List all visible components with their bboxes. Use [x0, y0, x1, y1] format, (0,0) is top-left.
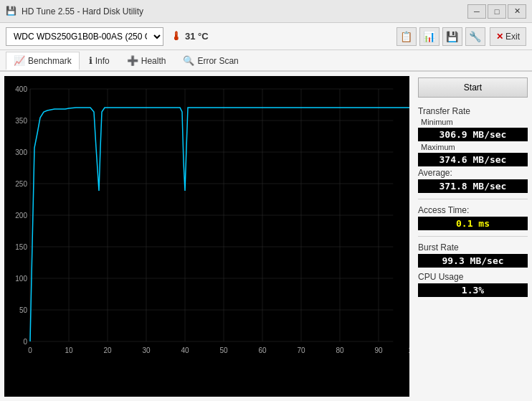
- svg-text:70: 70: [297, 346, 305, 354]
- svg-text:10: 10: [65, 346, 73, 354]
- svg-text:50: 50: [19, 306, 28, 314]
- app-icon: 💾: [6, 6, 17, 17]
- tab-benchmark[interactable]: 📈 Benchmark: [6, 52, 80, 70]
- window-title: HD Tune 2.55 - Hard Disk Utility: [22, 6, 467, 16]
- maximum-value: 374.6 MB/sec: [418, 153, 528, 166]
- chart-button[interactable]: 📊: [419, 27, 440, 46]
- svg-text:0: 0: [23, 338, 27, 346]
- svg-text:60: 60: [258, 346, 267, 354]
- exit-icon: ✕: [496, 32, 503, 42]
- tabs-bar: 📈 Benchmark ℹ Info ➕ Health 🔍 Error Scan: [0, 50, 532, 72]
- main-content: MB/sec ms: [0, 72, 532, 401]
- benchmark-icon: 📈: [14, 55, 25, 66]
- minimum-label: Minimum: [421, 118, 528, 126]
- transfer-rate-group: Transfer Rate Minimum 306.9 MB/sec Maxim…: [418, 106, 528, 193]
- cpu-usage-group: CPU Usage 1.3%: [418, 272, 528, 297]
- svg-text:80: 80: [336, 346, 344, 354]
- scan-icon: 🔍: [183, 55, 194, 66]
- tab-health[interactable]: ➕ Health: [119, 52, 174, 69]
- maximum-label: Maximum: [421, 143, 528, 151]
- access-time-group: Access Time: 0.1 ms: [418, 205, 528, 230]
- svg-text:40: 40: [181, 346, 189, 354]
- health-icon: ➕: [127, 55, 138, 66]
- svg-text:20: 20: [103, 346, 112, 354]
- divider-2: [418, 236, 528, 237]
- close-button[interactable]: ✕: [508, 4, 526, 19]
- settings-button[interactable]: 🔧: [465, 27, 485, 46]
- window-controls: ─ □ ✕: [467, 4, 526, 19]
- tab-error-scan-label: Error Scan: [197, 56, 238, 66]
- toolbar-icons: 📋 📊 💾 🔧: [396, 27, 485, 46]
- chart-area: MB/sec ms: [4, 76, 409, 397]
- average-value: 371.8 MB/sec: [418, 179, 528, 193]
- svg-text:30: 30: [142, 346, 151, 354]
- tab-benchmark-label: Benchmark: [28, 56, 72, 66]
- average-label: Average:: [418, 168, 528, 178]
- toolbar: WDC WDS250G1B0B-00AS (250 GB) 🌡 31 °C 📋 …: [0, 23, 532, 50]
- cpu-usage-value: 1.3%: [418, 283, 528, 297]
- stats-panel: Start Transfer Rate Minimum 306.9 MB/sec…: [414, 72, 532, 401]
- start-button[interactable]: Start: [418, 77, 528, 98]
- tab-health-label: Health: [141, 56, 166, 66]
- tab-error-scan[interactable]: 🔍 Error Scan: [175, 52, 246, 69]
- drive-select[interactable]: WDC WDS250G1B0B-00AS (250 GB): [6, 27, 163, 46]
- transfer-rate-label: Transfer Rate: [418, 106, 528, 116]
- temperature-display: 🌡 31 °C: [171, 30, 209, 43]
- svg-text:0: 0: [28, 346, 32, 354]
- save-button[interactable]: 💾: [442, 27, 462, 46]
- minimize-button[interactable]: ─: [467, 4, 486, 19]
- thermometer-icon: 🌡: [171, 30, 182, 43]
- benchmark-chart: 400 350 300 250 200 150 100 50 0 40 35 3…: [4, 76, 409, 397]
- titlebar: 💾 HD Tune 2.55 - Hard Disk Utility ─ □ ✕: [0, 0, 532, 23]
- access-time-value: 0.1 ms: [418, 217, 528, 230]
- svg-text:250: 250: [15, 180, 27, 188]
- restore-button[interactable]: □: [488, 4, 506, 19]
- svg-text:100: 100: [15, 275, 27, 283]
- cpu-usage-label: CPU Usage: [418, 272, 528, 282]
- tab-info-label: Info: [95, 56, 110, 66]
- access-time-label: Access Time:: [418, 205, 528, 215]
- burst-rate-group: Burst Rate 99.3 MB/sec: [418, 242, 528, 268]
- info-icon: ℹ: [89, 55, 92, 66]
- burst-rate-label: Burst Rate: [418, 242, 528, 253]
- svg-text:100%: 100%: [408, 346, 409, 354]
- svg-text:350: 350: [15, 117, 27, 125]
- exit-button[interactable]: ✕ Exit: [490, 27, 526, 46]
- svg-text:400: 400: [15, 85, 27, 93]
- svg-text:50: 50: [219, 346, 228, 354]
- divider-1: [418, 199, 528, 199]
- svg-text:200: 200: [15, 212, 27, 220]
- svg-text:300: 300: [15, 148, 27, 156]
- burst-rate-value: 99.3 MB/sec: [418, 254, 528, 268]
- svg-text:150: 150: [15, 243, 27, 251]
- tab-info[interactable]: ℹ Info: [81, 52, 118, 69]
- minimum-value: 306.9 MB/sec: [418, 128, 528, 141]
- clipboard-button[interactable]: 📋: [396, 27, 417, 46]
- temperature-value: 31 °C: [185, 31, 209, 42]
- svg-text:90: 90: [374, 346, 383, 354]
